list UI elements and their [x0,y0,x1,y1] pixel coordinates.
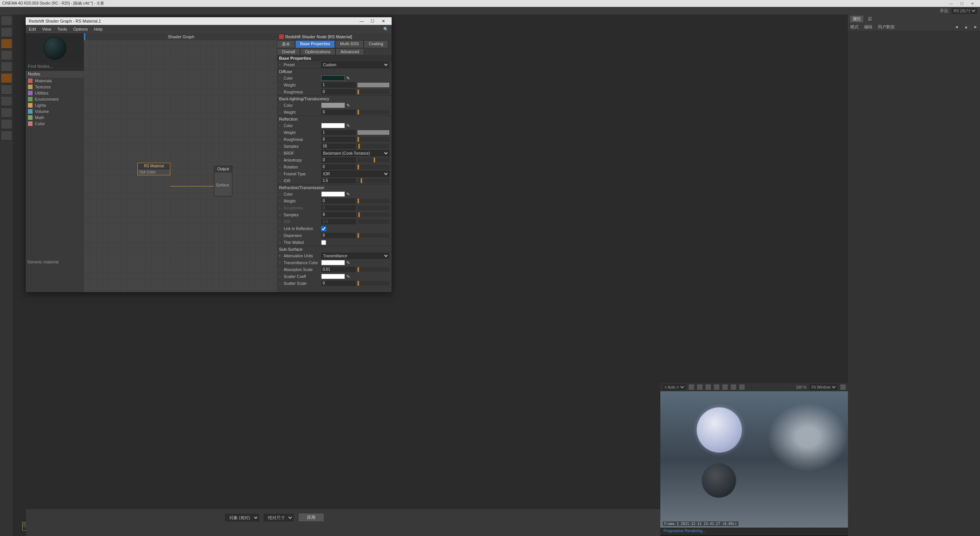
sw-close-icon[interactable]: ✕ [378,19,389,24]
group-sss[interactable]: Sub-Surface [277,246,392,252]
node-port-surface[interactable]: Surface [214,182,232,188]
close-icon[interactable]: ✕ [967,2,978,6]
fit-select[interactable]: Fit Window [810,384,837,390]
brdf-select[interactable]: Beckmann (Cook-Torrance) [321,150,389,156]
layout-select[interactable]: RS (用户) [952,8,977,14]
aniso-slider[interactable] [358,158,389,162]
menu-edit[interactable]: Edit [29,27,36,31]
dispersion-slider[interactable] [358,233,389,238]
thin-walled-checkbox[interactable] [321,240,326,245]
copy-icon[interactable] [739,384,745,390]
refl-color-swatch[interactable] [321,123,345,128]
category-math[interactable]: Math [26,114,84,121]
category-color[interactable]: Color [26,121,84,127]
tab-overall[interactable]: Overall [277,48,300,55]
nav-fwd-icon[interactable]: ► [973,25,978,29]
dispersion-input[interactable]: 0 [321,233,356,238]
tab-advanced[interactable]: Advanced [335,48,364,55]
refr-samples-input[interactable]: 8 [321,212,356,217]
sw-maximize-icon[interactable]: ☐ [367,19,378,24]
preset-select[interactable]: Custom [321,62,389,68]
menu-help[interactable]: Help [94,27,103,31]
tool-move[interactable] [1,50,12,60]
backlight-weight-slider[interactable] [358,110,389,114]
coord-mode-select[interactable]: 对象 (相对) [225,514,259,521]
aniso-input[interactable]: 0 [321,157,356,163]
tool-misc[interactable] [1,131,12,141]
ior-input[interactable]: 1.5 [321,178,356,183]
tab-optimizations[interactable]: Optimizations [300,48,336,55]
refr-weight-slider[interactable] [358,199,389,203]
shader-graph-canvas[interactable]: Shader Graph RS Material Out Color Outpu… [84,33,277,292]
group-refraction[interactable]: Refraction/Transmission [277,184,392,191]
grid-icon[interactable] [697,384,702,390]
refr-samples-slider[interactable] [358,212,389,217]
atten-select[interactable]: Transmittance [321,253,389,259]
eyedropper-icon[interactable]: ✎ [346,274,351,279]
sw-minimize-icon[interactable]: — [356,19,367,23]
rot-input[interactable]: 0 [321,164,356,170]
refl-rough-slider[interactable] [358,137,389,142]
abs-scale-input[interactable]: 0.01 [321,267,356,272]
size-mode-select[interactable]: 绝对尺寸 [264,514,294,521]
diffuse-color-swatch[interactable] [321,75,345,81]
search-icon[interactable]: 🔍 [383,27,389,32]
tool-polys[interactable] [1,119,12,129]
link-reflection-checkbox[interactable] [321,226,326,231]
scatter-coeff-swatch[interactable] [321,274,345,279]
group-diffuse[interactable]: Diffuse [277,68,392,75]
diffuse-rough-slider[interactable] [358,90,389,94]
menu-tools[interactable]: Tools [57,27,67,31]
category-textures[interactable]: Textures [26,84,84,90]
tab-coating[interactable]: Coating [364,40,388,48]
tool-axis[interactable] [1,85,12,95]
render-auto-select[interactable]: < Auto > [663,384,686,390]
refl-samples-slider[interactable] [358,144,389,149]
refl-rough-input[interactable]: 0 [321,137,356,142]
tool-points[interactable] [1,96,12,106]
scatter-slider[interactable] [358,281,389,286]
tab-attributes[interactable]: 属性 [850,16,863,22]
fresnel-select[interactable]: IOR [321,171,389,177]
tool-edges[interactable] [1,108,12,118]
square-icon[interactable] [722,384,728,390]
refr-color-swatch[interactable] [321,191,345,197]
lock-icon[interactable] [689,384,694,390]
node-port-outcolor[interactable]: Out Color [138,169,170,175]
backlight-color-swatch[interactable] [321,103,345,108]
edit-menu[interactable]: 编辑 [864,24,872,30]
category-environment[interactable]: Environment [26,96,84,102]
tool-cube[interactable] [1,39,12,49]
diffuse-weight-slider[interactable] [358,83,389,87]
category-utilities[interactable]: Utilities [26,90,84,96]
category-volume[interactable]: Volume [26,108,84,114]
refl-samples-input[interactable]: 16 [321,144,356,149]
rot-slider[interactable] [358,165,389,169]
menu-options[interactable]: Options [73,27,88,31]
refl-weight-slider[interactable] [358,130,389,135]
abs-slider[interactable] [358,267,389,272]
eyedropper-icon[interactable]: ✎ [346,123,351,128]
group-backlight[interactable]: Back-lighting/Translucency [277,95,392,102]
tab-layers[interactable]: 层 [868,16,872,22]
render-image[interactable]: Frame 1 2021-12-11 13:41:27 (0.09s) [660,391,848,528]
eyedropper-icon[interactable]: ✎ [346,76,351,81]
tool-undo[interactable] [1,16,12,26]
tab-multi-sss[interactable]: Multi-SSS [335,40,364,48]
minimize-icon[interactable]: — [946,2,956,6]
eyedropper-icon[interactable]: ✎ [346,103,351,108]
trans-color-swatch[interactable] [321,260,345,265]
layers-icon[interactable] [731,384,736,390]
backlight-weight-input[interactable]: 0 [321,109,356,115]
tool-select[interactable] [1,27,12,37]
category-materials[interactable]: Materials [26,78,84,84]
apply-button[interactable]: 应用 [298,513,324,522]
scatter-scale-input[interactable]: 0 [321,281,356,286]
node-rs-material[interactable]: RS Material Out Color [137,163,170,175]
find-nodes-input[interactable]: Find Nodes... [26,63,84,71]
group-reflection[interactable]: Reflection [277,116,392,122]
refl-weight-input[interactable]: 1 [321,130,356,135]
category-lights[interactable]: Lights [26,102,84,108]
refr-weight-input[interactable]: 0 [321,198,356,204]
userdata-menu[interactable]: 用户数据 [878,24,895,30]
